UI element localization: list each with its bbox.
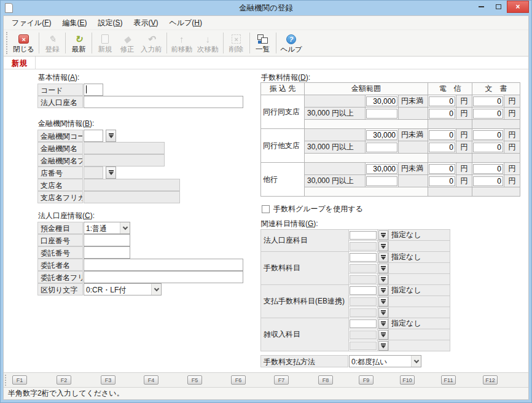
fkey-f4[interactable]: F4 xyxy=(144,375,158,385)
bank-code-input[interactable] xyxy=(84,130,103,142)
fee-doc-input[interactable] xyxy=(473,96,503,106)
delimiter-select[interactable]: 0:CR・LF付 xyxy=(84,283,162,295)
fkey-f10[interactable]: F10 xyxy=(400,375,415,385)
menu-file[interactable]: ファイル(F) xyxy=(6,16,57,30)
fee-wire-input[interactable] xyxy=(429,130,455,140)
related-lookup-button[interactable] xyxy=(378,275,388,284)
dropdown-icon xyxy=(381,235,386,238)
chevron-down-icon xyxy=(151,284,161,295)
fkey-f8[interactable]: F8 xyxy=(318,375,333,385)
fee-under-amount-input[interactable] xyxy=(366,164,397,174)
menu-help[interactable]: ヘルプ(H) xyxy=(164,16,208,30)
minimize-button[interactable] xyxy=(472,1,490,13)
related-code-input[interactable] xyxy=(350,231,377,240)
related-code-input[interactable] xyxy=(350,319,377,328)
refresh-button[interactable]: ↻ 最新 xyxy=(68,31,90,55)
fkey-f6[interactable]: F6 xyxy=(231,375,246,385)
fkey-f5[interactable]: F5 xyxy=(187,375,202,385)
fee-under-suffix: 円未満 xyxy=(399,95,428,108)
consignor-name-kana-input[interactable] xyxy=(84,271,243,283)
deposit-type-select[interactable]: 1:普通 xyxy=(84,222,130,234)
fee-doc-input[interactable] xyxy=(473,176,503,186)
related-lookup-button[interactable] xyxy=(378,264,388,273)
dropdown-icon xyxy=(381,279,386,282)
fee-doc-input[interactable] xyxy=(473,143,503,152)
fee-under-amount-input[interactable] xyxy=(366,130,397,140)
close-button[interactable]: × 閉じる xyxy=(10,31,37,55)
related-lookup-button[interactable] xyxy=(378,252,388,262)
modify-button: ◆ 修正 xyxy=(116,31,138,55)
maximize-button[interactable] xyxy=(490,1,507,13)
help-button[interactable]: ? ヘルプ xyxy=(278,31,305,55)
fee-wire-input[interactable] xyxy=(429,96,455,106)
related-code-input[interactable] xyxy=(350,253,377,262)
fee-group-checkbox-label: 手数料グループを使用する xyxy=(273,204,363,214)
fee-over-amount-input[interactable] xyxy=(366,109,397,119)
toolbar-separator xyxy=(39,33,39,53)
dropdown-icon xyxy=(381,323,386,326)
fkey-f3[interactable]: F3 xyxy=(101,375,115,385)
related-code-input xyxy=(350,308,377,317)
label-fee-payment-method: 手数料支払方法 xyxy=(260,355,348,367)
bank-name-kana-input xyxy=(84,154,165,166)
menu-settings[interactable]: 設定(S) xyxy=(92,16,128,30)
fkey-f9[interactable]: F9 xyxy=(359,375,374,385)
fkey-f11[interactable]: F11 xyxy=(441,375,456,385)
fee-group-checkbox[interactable] xyxy=(262,205,270,213)
fee-destination: 同行同支店 xyxy=(261,95,305,129)
related-lookup-button[interactable] xyxy=(378,286,388,295)
app-window: 金融機関の登録 × ファイル(F) 編集(E) 設定(S) 表示(V) ヘルプ(… xyxy=(0,0,532,403)
menu-edit[interactable]: 編集(E) xyxy=(57,16,92,30)
branch-number-lookup-button[interactable] xyxy=(106,166,116,179)
bank-name-input xyxy=(84,142,165,154)
related-value: 指定なし xyxy=(389,252,450,263)
fee-doc-input[interactable] xyxy=(473,130,503,140)
consignor-name-input[interactable] xyxy=(84,259,243,271)
tab-new[interactable]: 新規 xyxy=(4,57,36,69)
fee-header-wire: 電 信 xyxy=(428,83,472,95)
close-window-button[interactable]: × xyxy=(507,1,529,13)
fee-over-amount-input[interactable] xyxy=(366,143,397,152)
fkey-f1[interactable]: F1 xyxy=(12,375,27,385)
consignment-number-input[interactable] xyxy=(84,246,130,259)
label-branch-name-kana: 支店名フリガナ xyxy=(37,191,83,203)
close-doc-icon: × xyxy=(18,34,29,44)
fee-over-amount-input[interactable] xyxy=(366,176,397,186)
fee-wire-input[interactable] xyxy=(429,143,455,152)
related-label: 手数料科目 xyxy=(261,252,349,285)
label-corporate-account-name: 法人口座名 xyxy=(37,96,83,108)
corporate-account-name-input[interactable] xyxy=(84,96,243,108)
fee-wire-input[interactable] xyxy=(429,164,455,174)
fkey-f12[interactable]: F12 xyxy=(483,375,498,385)
dropdown-icon xyxy=(381,290,386,293)
bank-code-lookup-button[interactable] xyxy=(106,130,116,142)
section-title-bank-info: 金融機関情報(B): xyxy=(38,119,94,129)
related-lookup-button[interactable] xyxy=(378,241,388,251)
fee-header-document: 文 書 xyxy=(472,83,520,95)
fee-wire-input[interactable] xyxy=(429,109,455,119)
related-lookup-button[interactable] xyxy=(378,319,388,329)
related-lookup-button[interactable] xyxy=(378,330,388,340)
fee-payment-method-select[interactable]: 0:都度払い xyxy=(349,355,421,367)
related-items-table: 法人口座科目 指定なし 手数料科目 指定なし xyxy=(260,229,450,351)
related-code-input[interactable] xyxy=(350,286,377,295)
related-lookup-button[interactable] xyxy=(378,341,388,351)
fee-doc-input[interactable] xyxy=(473,164,503,174)
fee-under-amount-input[interactable] xyxy=(366,96,397,106)
fee-wire-input[interactable] xyxy=(429,176,455,186)
account-number-input[interactable] xyxy=(84,234,130,246)
menu-view[interactable]: 表示(V) xyxy=(128,16,164,30)
new-button: 新規 xyxy=(94,31,116,55)
delete-button: × 削除 xyxy=(225,31,248,55)
related-lookup-button[interactable] xyxy=(378,230,388,240)
label-consignor-name-kana: 委託者名フリガナ xyxy=(37,271,83,283)
list-button[interactable]: 一覧 xyxy=(252,31,274,55)
related-lookup-button[interactable] xyxy=(378,297,388,307)
fkey-f2[interactable]: F2 xyxy=(57,375,71,385)
title-bar: 金融機関の登録 × xyxy=(1,1,531,15)
fee-doc-input[interactable] xyxy=(473,109,503,119)
fee-under-suffix: 円未満 xyxy=(399,129,428,141)
fkey-f7[interactable]: F7 xyxy=(274,375,289,385)
fee-over-label: 30,000 円以上 xyxy=(305,108,366,120)
related-lookup-button[interactable] xyxy=(378,308,388,318)
